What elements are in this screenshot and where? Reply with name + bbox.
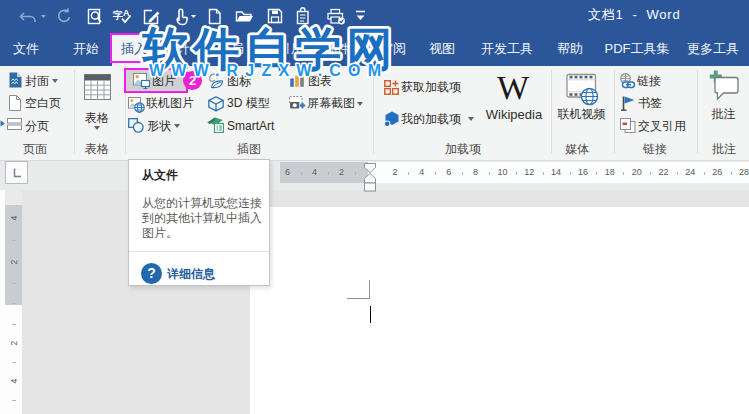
svg-text:字: 字 [112,9,123,21]
